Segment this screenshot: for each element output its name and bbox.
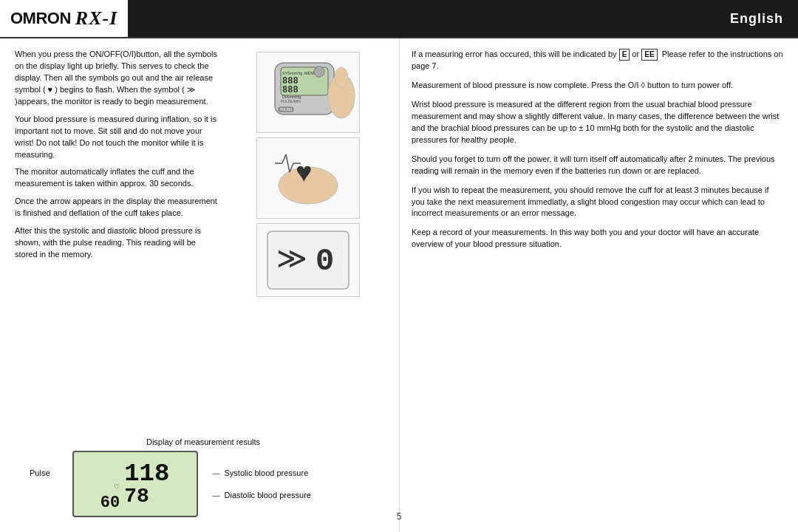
pulse-label: Pulse xyxy=(30,468,50,477)
device-image-1: SYSmmHg MEMO 888 888 DIAmmHg PULSE/MIN xyxy=(256,52,360,133)
right-paragraph-4: Should you forget to turn off the power,… xyxy=(412,154,783,177)
right-paragraph-5: If you wish to repeat the measurement, y… xyxy=(412,185,783,220)
display-systolic-value: 118 xyxy=(124,461,169,486)
omron-logo: OMRON xyxy=(10,9,71,28)
right-paragraph-2: Measurement of blood pressure is now com… xyxy=(412,80,783,92)
display-row: Pulse ♡ 60 118 78 xyxy=(30,451,377,517)
svg-line-17 xyxy=(286,154,290,172)
display-screen: ♡ 60 118 78 xyxy=(72,451,198,517)
diastolic-blood-pressure-label: Diastolic blood pressure xyxy=(225,491,311,499)
svg-text:PULSE/: PULSE/ xyxy=(280,108,293,112)
left-text-blocks: When you press the ON/OFF(O/I)button, al… xyxy=(15,49,219,432)
device-svg-3: ≫ 0 xyxy=(260,225,356,296)
error-indicator-ee: EE xyxy=(641,49,657,61)
svg-text:SYSmmHg: SYSmmHg xyxy=(282,71,302,75)
svg-point-12 xyxy=(335,67,348,88)
svg-text:≫: ≫ xyxy=(276,242,307,274)
page-number: 5 xyxy=(397,511,402,522)
svg-point-7 xyxy=(314,66,324,77)
left-text-images: When you press the ON/OFF(O/I)button, al… xyxy=(15,49,392,432)
display-inner: ♡ 60 118 78 xyxy=(100,456,170,512)
svg-text:888: 888 xyxy=(282,85,299,95)
error-indicator-e: E xyxy=(619,49,630,61)
svg-text:♥: ♥ xyxy=(296,157,313,188)
left-column: When you press the ON/OFF(O/I)button, al… xyxy=(0,38,399,532)
paragraph-2: Your blood pressure is measured during i… xyxy=(15,114,219,161)
svg-text:0: 0 xyxy=(316,244,334,279)
display-pulse-value: 60 xyxy=(100,494,120,512)
paragraph-5: After this the systolic and diastolic bl… xyxy=(15,225,219,261)
display-diastolic-value: 78 xyxy=(124,486,149,507)
right-paragraph-6: Keep a record of your measurements. In t… xyxy=(412,227,783,250)
systolic-label-row: — Systolic blood pressure xyxy=(213,468,311,477)
device-svg-2: ♥ xyxy=(260,141,356,215)
rx-logo: RX-I xyxy=(75,7,117,30)
systolic-blood-pressure-label: Systolic blood pressure xyxy=(225,468,309,477)
diastolic-label-row: — Diastolic blood pressure xyxy=(213,491,311,499)
paragraph-1: When you press the ON/OFF(O/I)button, al… xyxy=(15,49,219,108)
paragraph-3: The monitor automatically inflates the c… xyxy=(15,166,219,190)
right-paragraph-1: If a measuring error has occured, this w… xyxy=(412,49,783,72)
right-column: If a measuring error has occured, this w… xyxy=(399,38,798,532)
bottom-section: Display of measurement results Pulse ♡ 6… xyxy=(15,432,392,525)
paragraph-4: Once the arrow appears in the display th… xyxy=(15,196,219,219)
device-image-3: ≫ 0 xyxy=(256,223,360,297)
display-caption: Display of measurement results xyxy=(30,437,377,446)
device-image-2: ♥ xyxy=(256,137,360,219)
language-label: English xyxy=(730,11,783,27)
heart-icon: ♡ xyxy=(114,483,120,491)
device-svg-1: SYSmmHg MEMO 888 888 DIAmmHg PULSE/MIN xyxy=(260,55,356,129)
device-illustrations: SYSmmHg MEMO 888 888 DIAmmHg PULSE/MIN xyxy=(225,49,392,432)
display-numbers: 118 78 xyxy=(124,461,169,507)
svg-text:PULSE/MIN: PULSE/MIN xyxy=(281,99,301,103)
right-paragraph-3: Wrist blood pressure is measured at the … xyxy=(412,99,783,146)
main-content: When you press the ON/OFF(O/I)button, al… xyxy=(0,38,798,532)
display-labels: — Systolic blood pressure — Diastolic bl… xyxy=(213,468,311,499)
header-black-bar: English xyxy=(128,0,798,37)
page-header: OMRON RX-I English xyxy=(0,0,798,38)
svg-line-16 xyxy=(282,154,286,163)
brand-area: OMRON RX-I xyxy=(0,0,128,37)
